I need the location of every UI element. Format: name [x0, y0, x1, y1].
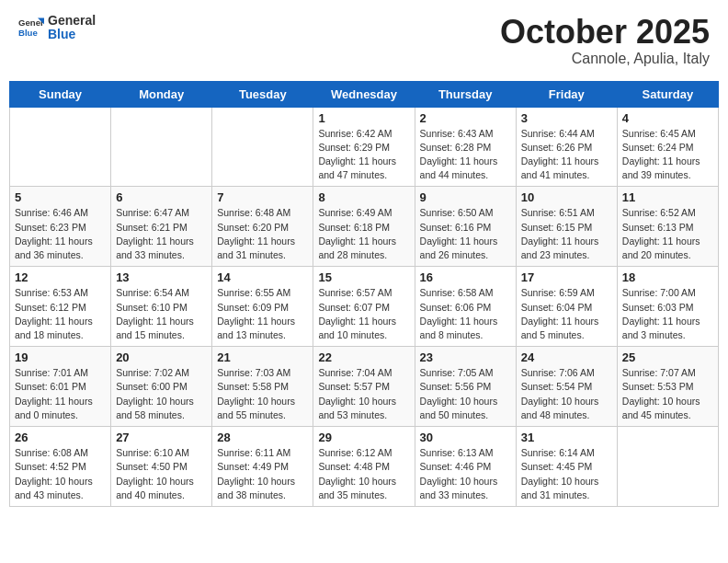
day-number: 7 [217, 190, 308, 204]
day-number: 21 [217, 350, 308, 364]
day-info: Sunrise: 7:07 AM Sunset: 5:53 PM Dayligh… [622, 366, 713, 422]
calendar-week-row: 19Sunrise: 7:01 AM Sunset: 6:01 PM Dayli… [10, 347, 719, 427]
day-number: 29 [318, 431, 409, 444]
calendar-cell [212, 107, 313, 187]
day-info: Sunrise: 6:11 AM Sunset: 4:49 PM Dayligh… [217, 446, 308, 502]
calendar-cell: 8Sunrise: 6:49 AM Sunset: 6:18 PM Daylig… [313, 187, 415, 267]
calendar-cell: 18Sunrise: 7:00 AM Sunset: 6:03 PM Dayli… [617, 267, 718, 347]
day-number: 22 [318, 350, 409, 364]
day-number: 27 [116, 431, 207, 444]
day-number: 1 [318, 111, 409, 125]
calendar-table: SundayMondayTuesdayWednesdayThursdayFrid… [9, 81, 719, 507]
calendar-cell: 2Sunrise: 6:43 AM Sunset: 6:28 PM Daylig… [415, 107, 516, 187]
day-info: Sunrise: 6:59 AM Sunset: 6:04 PM Dayligh… [521, 286, 612, 342]
day-header-saturday: Saturday [617, 81, 718, 107]
day-info: Sunrise: 6:53 AM Sunset: 6:12 PM Dayligh… [15, 286, 106, 342]
day-info: Sunrise: 6:12 AM Sunset: 4:48 PM Dayligh… [318, 446, 409, 502]
day-number: 11 [622, 190, 713, 204]
calendar-cell: 25Sunrise: 7:07 AM Sunset: 5:53 PM Dayli… [617, 347, 718, 427]
day-info: Sunrise: 6:45 AM Sunset: 6:24 PM Dayligh… [622, 127, 713, 183]
day-info: Sunrise: 7:02 AM Sunset: 6:00 PM Dayligh… [116, 366, 207, 422]
day-number: 23 [420, 350, 511, 364]
day-number: 28 [217, 431, 308, 444]
day-info: Sunrise: 6:55 AM Sunset: 6:09 PM Dayligh… [217, 286, 308, 342]
day-info: Sunrise: 6:57 AM Sunset: 6:07 PM Dayligh… [318, 286, 409, 342]
day-number: 9 [420, 190, 511, 204]
calendar-header-row: SundayMondayTuesdayWednesdayThursdayFrid… [10, 81, 719, 107]
logo-icon: General Blue [18, 15, 44, 40]
calendar-cell: 4Sunrise: 6:45 AM Sunset: 6:24 PM Daylig… [617, 107, 718, 187]
calendar-week-row: 26Sunrise: 6:08 AM Sunset: 4:52 PM Dayli… [10, 427, 719, 507]
calendar-cell [111, 107, 212, 187]
day-info: Sunrise: 6:47 AM Sunset: 6:21 PM Dayligh… [116, 206, 207, 262]
day-header-tuesday: Tuesday [212, 81, 313, 107]
day-info: Sunrise: 6:14 AM Sunset: 4:45 PM Dayligh… [521, 446, 612, 502]
calendar-cell [617, 427, 718, 507]
calendar-cell: 17Sunrise: 6:59 AM Sunset: 6:04 PM Dayli… [516, 267, 617, 347]
calendar-cell: 16Sunrise: 6:58 AM Sunset: 6:06 PM Dayli… [415, 267, 516, 347]
day-info: Sunrise: 6:44 AM Sunset: 6:26 PM Dayligh… [521, 127, 612, 183]
day-info: Sunrise: 7:06 AM Sunset: 5:54 PM Dayligh… [521, 366, 612, 422]
day-info: Sunrise: 6:08 AM Sunset: 4:52 PM Dayligh… [15, 446, 106, 502]
page-header: General Blue General Blue October 2025 C… [9, 9, 719, 72]
svg-text:Blue: Blue [18, 28, 38, 38]
logo-blue-text: Blue [48, 28, 96, 41]
calendar-cell: 1Sunrise: 6:42 AM Sunset: 6:29 PM Daylig… [313, 107, 415, 187]
calendar-week-row: 12Sunrise: 6:53 AM Sunset: 6:12 PM Dayli… [10, 267, 719, 347]
day-number: 20 [116, 350, 207, 364]
calendar-cell: 14Sunrise: 6:55 AM Sunset: 6:09 PM Dayli… [212, 267, 313, 347]
day-number: 6 [116, 190, 207, 204]
day-header-thursday: Thursday [415, 81, 516, 107]
day-info: Sunrise: 6:10 AM Sunset: 4:50 PM Dayligh… [116, 446, 207, 502]
day-info: Sunrise: 6:58 AM Sunset: 6:06 PM Dayligh… [420, 286, 511, 342]
calendar-cell: 5Sunrise: 6:46 AM Sunset: 6:23 PM Daylig… [10, 187, 111, 267]
day-info: Sunrise: 7:01 AM Sunset: 6:01 PM Dayligh… [15, 366, 106, 422]
day-number: 24 [521, 350, 612, 364]
day-info: Sunrise: 6:49 AM Sunset: 6:18 PM Dayligh… [318, 206, 409, 262]
day-number: 16 [420, 270, 511, 284]
calendar-week-row: 5Sunrise: 6:46 AM Sunset: 6:23 PM Daylig… [10, 187, 719, 267]
month-year: October 2025 [500, 14, 710, 51]
day-info: Sunrise: 6:43 AM Sunset: 6:28 PM Dayligh… [420, 127, 511, 183]
calendar-cell: 28Sunrise: 6:11 AM Sunset: 4:49 PM Dayli… [212, 427, 313, 507]
calendar-cell [10, 107, 111, 187]
day-info: Sunrise: 6:48 AM Sunset: 6:20 PM Dayligh… [217, 206, 308, 262]
day-header-wednesday: Wednesday [313, 81, 415, 107]
calendar-cell: 12Sunrise: 6:53 AM Sunset: 6:12 PM Dayli… [10, 267, 111, 347]
day-info: Sunrise: 6:51 AM Sunset: 6:15 PM Dayligh… [521, 206, 612, 262]
day-number: 15 [318, 270, 409, 284]
calendar-cell: 31Sunrise: 6:14 AM Sunset: 4:45 PM Dayli… [516, 427, 617, 507]
calendar-cell: 9Sunrise: 6:50 AM Sunset: 6:16 PM Daylig… [415, 187, 516, 267]
day-info: Sunrise: 6:42 AM Sunset: 6:29 PM Dayligh… [318, 127, 409, 183]
calendar-cell: 11Sunrise: 6:52 AM Sunset: 6:13 PM Dayli… [617, 187, 718, 267]
logo-general-text: General [48, 14, 96, 28]
day-number: 5 [15, 190, 106, 204]
calendar-cell: 21Sunrise: 7:03 AM Sunset: 5:58 PM Dayli… [212, 347, 313, 427]
day-info: Sunrise: 7:05 AM Sunset: 5:56 PM Dayligh… [420, 366, 511, 422]
day-number: 4 [622, 111, 713, 125]
logo: General Blue General Blue [18, 14, 96, 42]
day-info: Sunrise: 6:13 AM Sunset: 4:46 PM Dayligh… [420, 446, 511, 502]
calendar-cell: 24Sunrise: 7:06 AM Sunset: 5:54 PM Dayli… [516, 347, 617, 427]
day-number: 25 [622, 350, 713, 364]
day-number: 12 [15, 270, 106, 284]
calendar-week-row: 1Sunrise: 6:42 AM Sunset: 6:29 PM Daylig… [10, 107, 719, 187]
day-number: 26 [15, 431, 106, 444]
day-info: Sunrise: 7:03 AM Sunset: 5:58 PM Dayligh… [217, 366, 308, 422]
day-number: 18 [622, 270, 713, 284]
calendar-cell: 6Sunrise: 6:47 AM Sunset: 6:21 PM Daylig… [111, 187, 212, 267]
day-number: 3 [521, 111, 612, 125]
day-number: 17 [521, 270, 612, 284]
day-number: 31 [521, 431, 612, 444]
day-number: 19 [15, 350, 106, 364]
calendar-cell: 10Sunrise: 6:51 AM Sunset: 6:15 PM Dayli… [516, 187, 617, 267]
calendar-cell: 13Sunrise: 6:54 AM Sunset: 6:10 PM Dayli… [111, 267, 212, 347]
location: Cannole, Apulia, Italy [500, 51, 710, 67]
day-number: 14 [217, 270, 308, 284]
calendar-cell: 26Sunrise: 6:08 AM Sunset: 4:52 PM Dayli… [10, 427, 111, 507]
calendar-cell: 3Sunrise: 6:44 AM Sunset: 6:26 PM Daylig… [516, 107, 617, 187]
day-info: Sunrise: 6:54 AM Sunset: 6:10 PM Dayligh… [116, 286, 207, 342]
calendar-cell: 19Sunrise: 7:01 AM Sunset: 6:01 PM Dayli… [10, 347, 111, 427]
calendar-cell: 7Sunrise: 6:48 AM Sunset: 6:20 PM Daylig… [212, 187, 313, 267]
calendar-cell: 23Sunrise: 7:05 AM Sunset: 5:56 PM Dayli… [415, 347, 516, 427]
